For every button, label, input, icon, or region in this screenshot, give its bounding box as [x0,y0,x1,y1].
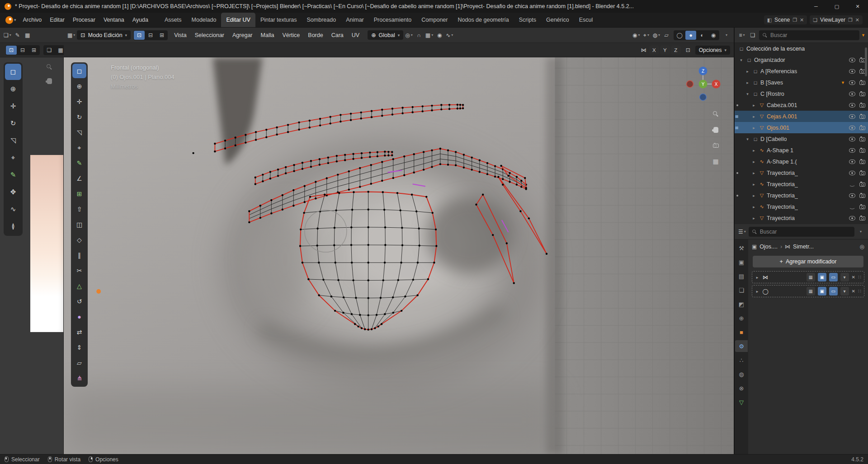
mode-selector[interactable]: ⊡ Modo Edición ▾ [77,30,131,40]
viewlayer-selector[interactable]: ❏ ViewLayer ❐ ✕ [810,15,863,24]
outliner-editor-type-button[interactable]: ≡▾ [737,30,746,40]
visibility-dropdown-icon[interactable]: ◉▾ [632,30,641,40]
visibility-eye-icon[interactable] [849,80,855,85]
tab-editar-uv[interactable]: Editar UV [221,13,255,27]
render-camera-icon[interactable] [859,194,865,198]
render-display-toggle[interactable]: ▭ [829,273,838,281]
filter-funnel-icon[interactable]: ▼ [861,33,865,37]
snap-options-icon[interactable]: ⊡ [684,45,693,55]
tool-rotate[interactable]: ↻ [72,110,86,124]
overlays-toggle-icon[interactable]: ◍▾ [652,30,661,40]
render-camera-icon[interactable] [859,115,865,119]
tool-cursor[interactable]: ⊕ [72,79,86,94]
tab-pintar-texturas[interactable]: Pintar texturas [255,13,302,27]
tab-render[interactable]: ▣ [735,256,748,268]
tab-physics[interactable]: ◍ [735,368,748,380]
outliner-row-trayectoria-3[interactable]: ▸ ▽ Trayectoria_ [735,190,868,201]
tool-add-cube[interactable]: ⊞ [72,187,86,201]
shading-dropdown-icon[interactable]: ▾ [722,30,731,40]
uv-tool-rotate[interactable]: ↻ [5,115,21,131]
tool-select-box[interactable]: ◻ [72,64,86,78]
uv-tool-transform[interactable]: ⌖ [5,150,21,166]
uv-tool-grab[interactable]: ✥ [5,184,21,200]
render-camera-icon[interactable] [859,183,865,187]
maximize-button[interactable]: ▢ [826,0,847,13]
tab-procesamiento[interactable]: Procesamiento [369,13,416,27]
menu-vertice[interactable]: Vértice [278,30,303,40]
menu-seleccionar[interactable]: Seleccionar [191,30,228,40]
breadcrumb-modifier[interactable]: Simetr... [793,244,814,250]
menu-agregar[interactable]: Agregar [229,30,256,40]
visibility-eye-icon[interactable] [849,148,855,153]
blender-menu-caret-icon[interactable]: ▾ [14,18,16,22]
solid-shading-icon[interactable]: ● [685,31,696,40]
extras-dropdown-icon[interactable]: ▾ [840,273,849,281]
tab-tool[interactable]: ⚒ [735,242,748,254]
outliner-row-saves[interactable]: ▸ □ B [Saves ▼ [735,77,868,88]
visibility-eye-icon[interactable] [849,91,855,96]
outliner-row-ashape1b[interactable]: ▸ ∿ A-Shape 1.( [735,156,868,167]
new-viewlayer-icon[interactable]: ❐ [848,17,853,23]
tool-knife[interactable]: ✂ [72,263,86,278]
tool-smooth[interactable]: ● [72,309,86,324]
menu-vista[interactable]: Vista [170,30,190,40]
add-modifier-button[interactable]: + Agregar modificador [753,256,863,267]
zoom-icon[interactable] [46,64,52,70]
tool-rip-region[interactable]: ⋔ [72,371,86,385]
properties-search[interactable] [749,227,854,237]
edge-select-button[interactable]: ⊟ [145,31,156,40]
outliner-row-trayectoria-1[interactable]: ▸ ▽ Trayectoria_ [735,167,868,178]
orientation-selector[interactable]: ⊕ Global ▾ [368,30,403,40]
outliner-row-referencias[interactable]: ▸ □ A [Referencias [735,66,868,77]
visibility-eye-icon[interactable] [849,114,855,119]
delete-viewlayer-icon[interactable]: ✕ [855,17,859,23]
render-camera-icon[interactable] [859,149,865,153]
outliner-root[interactable]: □ Colección de la escena [735,43,868,54]
close-button[interactable]: ✕ [847,0,868,13]
rendered-shading-icon[interactable]: ◉ [708,31,719,40]
tool-shrink-fatten[interactable]: ⇕ [72,340,86,355]
snapping-magnet-icon[interactable]: ∩ [415,30,424,40]
outliner-row-trayectoria-4[interactable]: ▸ ∿ Trayectoria_ [735,201,868,212]
viewport-canvas[interactable] [64,57,734,454]
navigation-gizmo[interactable]: Z X Y [684,65,722,103]
menu-ventana[interactable]: Ventana [99,14,128,25]
tool-extrude[interactable]: ⇧ [72,202,86,216]
visibility-eye-icon[interactable] [849,103,855,108]
tool-edge-slide[interactable]: ⇄ [72,325,86,339]
tool-shear[interactable]: ▱ [72,356,86,370]
snapping-target-button[interactable]: ▦▾ [425,30,434,40]
uv-tool-select-box[interactable]: ◻ [5,64,21,80]
uv-tool-scale[interactable]: ◹ [5,132,21,149]
tab-animar[interactable]: Animar [341,13,369,27]
tab-assets[interactable]: Assets [160,13,187,27]
menu-malla[interactable]: Malla [257,30,278,40]
menu-cara[interactable]: Cara [328,30,347,40]
outliner-display-mode-icon[interactable]: ❏ [748,30,757,40]
falloff-button[interactable]: ∿▾ [445,30,454,40]
uv-tool-cursor[interactable]: ⊕ [5,81,21,97]
edit-mode-display-toggle[interactable]: ▦ [807,287,815,295]
pivot-point-button[interactable]: ◎▾ [404,30,414,40]
tab-componer[interactable]: Componer [416,13,453,27]
outliner-row-ashape1[interactable]: ▸ ∿ A-Shape 1 [735,145,868,156]
mirror-z-button[interactable]: Z [671,46,681,55]
camera-view-icon[interactable] [713,144,719,148]
uv-tool-relax[interactable]: ∿ [5,201,21,217]
uv-face-select-button[interactable]: ⊞ [28,46,39,55]
tool-move[interactable]: ✛ [72,94,86,109]
uv-tool-annotate[interactable]: ✎ [5,167,21,183]
mirror-x-button[interactable]: X [649,46,659,55]
outliner-row-rostro[interactable]: ▾ □ C [Rostro [735,88,868,99]
tool-spin[interactable]: ↺ [72,294,86,309]
visibility-eye-icon[interactable] [849,193,855,198]
outliner-row-cejas[interactable]: ▦ ▸ ▽ Cejas A.001 [735,111,868,122]
wireframe-shading-icon[interactable]: ◯ [674,31,685,40]
pin-icon[interactable]: ◎ [860,244,864,250]
tool-loop-cut[interactable]: ∥ [72,248,86,262]
grid-ortho-icon[interactable]: ▦ [712,158,718,165]
tab-constraints[interactable]: ⊗ [735,382,748,394]
pan-hand-icon[interactable] [47,78,52,84]
tab-view-layer[interactable]: ❏ [735,284,748,296]
render-camera-icon[interactable] [859,137,865,141]
